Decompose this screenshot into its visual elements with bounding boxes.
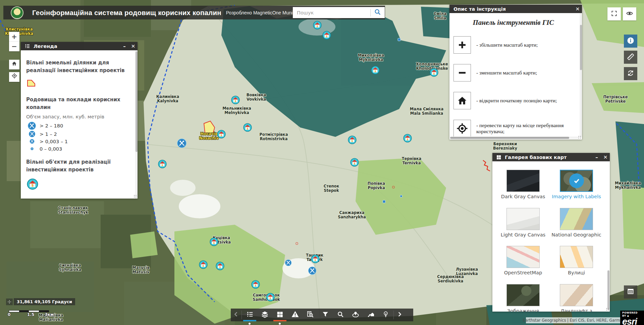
zoom-out-button[interactable]: −: [9, 42, 19, 51]
locate-icon: [453, 120, 471, 137]
legend-button[interactable]: [242, 309, 257, 321]
basemap-gallery-item[interactable]: Dark Gray Canvas: [497, 170, 550, 200]
basemap-gallery-item[interactable]: National Geographic: [550, 208, 603, 238]
identify-icon: [306, 311, 314, 320]
instruction-item: - зменшити масштаб карти;: [453, 64, 573, 82]
basemap-thumbnail: [560, 246, 593, 268]
basemap-toggle-button[interactable]: [624, 67, 637, 80]
location-pin-button[interactable]: [348, 309, 363, 321]
identify-button[interactable]: [303, 309, 318, 321]
minimize-button[interactable]: –: [592, 154, 601, 160]
resize-handle[interactable]: [606, 308, 609, 311]
legend-icon: [246, 311, 254, 319]
zoom-in-button[interactable]: +: [9, 32, 19, 42]
close-button[interactable]: ✕: [601, 154, 610, 160]
svg-text:$: $: [213, 241, 215, 245]
info-icon: [627, 37, 635, 46]
filter-icon: [322, 311, 329, 319]
scroll-left-button[interactable]: [231, 309, 241, 321]
lightbulb-button[interactable]: [378, 309, 393, 321]
instructions-panel: Опис та інструкція ✕ Панель інструментів…: [449, 5, 582, 140]
divider: [241, 311, 242, 319]
resize-handle[interactable]: [133, 195, 137, 198]
svg-text:$: $: [433, 72, 435, 75]
basemap-button[interactable]: [272, 309, 287, 321]
basemap-label: Dark Gray Canvas: [497, 194, 550, 200]
search-button[interactable]: [371, 7, 385, 18]
legend-panel-header[interactable]: Легенда – ✕: [21, 42, 138, 50]
layers-icon: [261, 311, 269, 320]
parcel-outline-marker[interactable]: [392, 186, 395, 188]
basemap-gallery-body: Dark Gray Canvas Imagery with Labels Lig…: [492, 161, 610, 312]
app-title: Геоінформаційна система родовищ корисних…: [32, 9, 221, 17]
minimize-button[interactable]: –: [120, 43, 129, 49]
svg-text:$: $: [161, 164, 163, 167]
locate-button[interactable]: [9, 72, 19, 82]
legend-section-heading: Родовища та поклади корисних копалин: [26, 96, 131, 111]
basemap-label: Зображення: [497, 308, 550, 312]
legend-section-heading: Вільні земельні ділянки для реалізації і…: [26, 59, 131, 74]
basemap-label: Ландшафт з: [550, 308, 603, 312]
info-button[interactable]: [624, 35, 637, 48]
crosshair-icon[interactable]: [6, 299, 13, 305]
house-arrow-icon: [367, 311, 374, 320]
instructions-items: - збільшити масштаб карти; - зменшити ма…: [453, 36, 573, 137]
mine-marker-icon: [26, 139, 38, 144]
close-button[interactable]: ✕: [129, 43, 138, 49]
basemap-gallery-item[interactable]: Ландшафт з: [550, 284, 603, 312]
basemap-thumbnail: [506, 170, 540, 192]
attribute-table-button[interactable]: [624, 285, 637, 299]
fullscreen-icon: [611, 10, 618, 18]
search-box: [293, 7, 385, 18]
ruler-icon: [627, 53, 635, 62]
small-deposit-marker[interactable]: [400, 195, 402, 198]
scalebar-zero: 0: [8, 312, 10, 317]
home-button[interactable]: [9, 60, 19, 69]
selected-check-icon: [569, 173, 584, 188]
legend-volume-row: 0 – 0,003: [26, 145, 131, 152]
gallery-scrollbar[interactable]: [607, 161, 609, 312]
instruction-item: - перевести карту на місце перебування к…: [453, 120, 573, 137]
instructions-scrollbar-horizontal[interactable]: [450, 137, 578, 139]
basemap-thumbnail: [560, 170, 593, 192]
basemap-label: National Geographic: [550, 232, 603, 238]
svg-text:$: $: [316, 25, 318, 28]
warning-button[interactable]: [287, 309, 303, 321]
small-deposit-marker[interactable]: [383, 200, 386, 203]
scroll-right-button[interactable]: [394, 309, 405, 321]
instructions-panel-body: Панель інструментів ГІС - збільшити масш…: [449, 13, 582, 140]
basemap-gallery-item[interactable]: Зображення: [497, 284, 550, 312]
basemap-gallery-item[interactable]: OpenStreetMap: [497, 246, 550, 276]
svg-text:$: $: [202, 264, 204, 267]
fullscreen-button[interactable]: [607, 7, 621, 20]
visibility-button[interactable]: [623, 7, 636, 20]
legend-volume-label: > 1 – 2: [40, 131, 57, 137]
svg-text:$: $: [407, 138, 408, 141]
basemap-thumbnail: [506, 246, 540, 268]
resize-handle[interactable]: [578, 136, 581, 139]
instruction-text: - зменшити масштаб карти;: [476, 70, 537, 76]
instructions-scrollbar-vertical[interactable]: [580, 13, 582, 137]
mine-marker-icon: [26, 130, 38, 138]
layers-button[interactable]: [257, 309, 272, 321]
instruction-text: - відкрити початкову позицію карти;: [476, 98, 557, 104]
mine-marker-icon: [26, 147, 38, 150]
basemap-gallery-item[interactable]: Light Gray Canvas: [497, 208, 550, 238]
basemap-gallery-header[interactable]: Галерея базових карт – ✕: [492, 153, 610, 161]
close-button[interactable]: ✕: [573, 6, 582, 12]
filter-button[interactable]: [318, 309, 333, 321]
legend-scrollbar[interactable]: [135, 50, 138, 199]
instructions-heading: Панель інструментів ГІС: [453, 18, 573, 27]
house-arrow-button[interactable]: [363, 309, 378, 321]
small-deposit-marker[interactable]: [398, 38, 401, 41]
active-indicator: [243, 320, 256, 322]
instructions-panel-header[interactable]: Опис та інструкція ✕: [449, 5, 582, 13]
instruction-text: - збільшити масштаб карти;: [476, 42, 538, 48]
basemap-gallery-item[interactable]: Вулиці: [550, 246, 603, 276]
measure-button[interactable]: [624, 51, 637, 64]
basemap-gallery-item[interactable]: Imagery with Labels: [550, 170, 603, 200]
parcel-outline-marker[interactable]: [296, 242, 298, 245]
search-button[interactable]: [333, 309, 348, 321]
scalebar-end: 3км: [45, 312, 54, 317]
search-input[interactable]: [293, 10, 370, 15]
